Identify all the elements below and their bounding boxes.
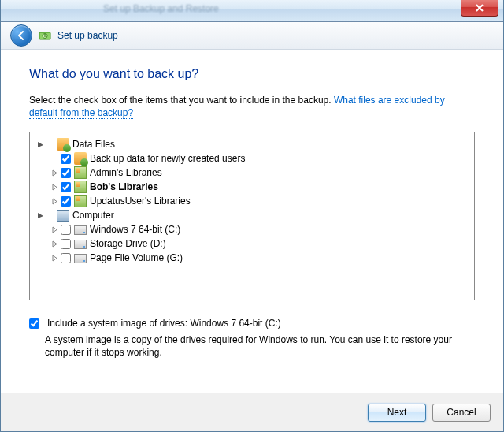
collapse-icon[interactable] bbox=[36, 140, 45, 149]
tree-node-drive-d[interactable]: Storage Drive (D:) bbox=[33, 236, 471, 251]
computer-icon bbox=[57, 210, 69, 222]
checkbox-drive-c[interactable] bbox=[61, 225, 71, 235]
tree-label: Data Files bbox=[72, 137, 115, 151]
users-icon bbox=[74, 152, 87, 165]
wizard-window: Set up Backup and Restore Set up backup … bbox=[0, 0, 504, 432]
drive-icon bbox=[74, 254, 87, 263]
expand-icon[interactable] bbox=[50, 169, 59, 177]
tree-label: Admin's Libraries bbox=[90, 166, 162, 180]
tree-label: Bob's Libraries bbox=[90, 180, 158, 194]
checkbox-updatus-libraries[interactable] bbox=[61, 196, 71, 207]
wizard-title: Set up backup bbox=[57, 30, 118, 41]
close-button[interactable] bbox=[461, 0, 498, 17]
tree-node-bob-libraries[interactable]: Bob's Libraries bbox=[33, 180, 471, 194]
back-arrow-icon bbox=[16, 30, 27, 41]
drive-icon bbox=[74, 240, 87, 249]
back-button[interactable] bbox=[10, 24, 32, 47]
header-bar: Set up backup bbox=[1, 22, 503, 50]
tree-label: Computer bbox=[72, 208, 114, 222]
tree-node-admin-libraries[interactable]: Admin's Libraries bbox=[33, 166, 471, 180]
title-bar: Set up Backup and Restore bbox=[1, 0, 503, 22]
close-icon bbox=[475, 4, 484, 12]
cancel-button[interactable]: Cancel bbox=[432, 404, 491, 422]
expand-icon[interactable] bbox=[50, 225, 59, 234]
intro-prefix: Select the check box of the items that y… bbox=[29, 95, 334, 106]
wizard-body: What do you want to back up? Select the … bbox=[1, 50, 503, 393]
checkbox-new-users[interactable] bbox=[61, 154, 71, 164]
expand-icon[interactable] bbox=[50, 197, 59, 206]
window-title: Set up Backup and Restore bbox=[103, 3, 219, 14]
tree-label: Back up data for newly created users bbox=[90, 151, 245, 166]
checkbox-admin-libraries[interactable] bbox=[61, 168, 71, 178]
system-image-section: Include a system image of drives: Window… bbox=[29, 318, 475, 359]
tree-node-drive-c[interactable]: Windows 7 64-bit (C:) bbox=[33, 222, 471, 236]
collapse-icon[interactable] bbox=[36, 211, 45, 220]
next-button[interactable]: Next bbox=[368, 404, 426, 422]
checkbox-bob-libraries[interactable] bbox=[61, 182, 71, 192]
expand-icon[interactable] bbox=[50, 183, 59, 192]
library-icon bbox=[74, 166, 87, 179]
checkbox-drive-d[interactable] bbox=[61, 239, 71, 249]
tree-node-drive-g[interactable]: Page File Volume (G:) bbox=[33, 251, 471, 265]
tree-label: Windows 7 64-bit (C:) bbox=[90, 222, 180, 236]
system-image-description: A system image is a copy of the drives r… bbox=[45, 333, 475, 359]
checkbox-drive-g[interactable] bbox=[61, 253, 71, 263]
tree-node-new-users[interactable]: Back up data for newly created users bbox=[33, 151, 471, 166]
library-icon bbox=[74, 181, 87, 193]
tree-node-data-files[interactable]: Data Files bbox=[33, 137, 471, 151]
tree-node-computer[interactable]: Computer bbox=[33, 208, 471, 222]
users-icon bbox=[57, 138, 69, 151]
tree-label: UpdatusUser's Libraries bbox=[90, 194, 191, 208]
intro-text: Select the check box of the items that y… bbox=[29, 94, 475, 119]
tree-label: Storage Drive (D:) bbox=[90, 236, 166, 251]
backup-items-tree[interactable]: Data Files Back up data for newly create… bbox=[29, 132, 475, 300]
checkbox-system-image[interactable] bbox=[29, 318, 39, 329]
drive-icon bbox=[74, 225, 87, 235]
expand-icon[interactable] bbox=[50, 254, 59, 263]
wizard-footer: Next Cancel bbox=[1, 393, 503, 431]
backup-icon bbox=[39, 29, 51, 42]
tree-node-updatus-libraries[interactable]: UpdatusUser's Libraries bbox=[33, 194, 471, 208]
system-image-label: Include a system image of drives: Window… bbox=[47, 318, 281, 329]
tree-label: Page File Volume (G:) bbox=[90, 251, 183, 265]
library-icon bbox=[74, 195, 87, 207]
expand-icon[interactable] bbox=[50, 240, 59, 248]
page-heading: What do you want to back up? bbox=[29, 67, 475, 81]
